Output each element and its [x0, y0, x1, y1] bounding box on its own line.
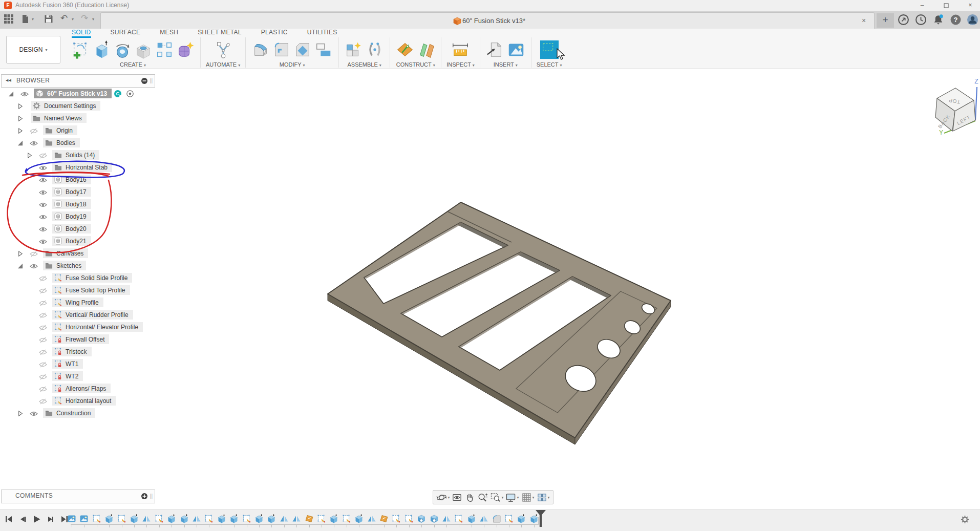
timeline-feature-mirror[interactable] [280, 514, 289, 523]
measure-tool-icon[interactable] [451, 40, 470, 59]
eye-hidden-icon[interactable] [39, 153, 47, 159]
maximize-button[interactable] [939, 1, 954, 10]
document-tab[interactable]: 60" Fusion Stick v13* × [100, 12, 875, 29]
form-tool-icon[interactable] [176, 40, 195, 59]
timeline-feature-sketch[interactable] [242, 514, 251, 523]
file-menu-icon[interactable] [20, 14, 30, 24]
minimize-button[interactable]: – [914, 1, 930, 10]
comments-drag-grip[interactable]: || [150, 493, 153, 499]
ribbon-tab-utilities[interactable]: UTILITIES [307, 29, 337, 36]
expand-expanded-icon[interactable] [17, 263, 24, 269]
browser-drag-grip[interactable]: || [150, 78, 153, 83]
browser-collapse-icon[interactable]: ◀◀ [6, 78, 11, 82]
pattern-tool-icon[interactable] [155, 40, 174, 59]
expand-collapsed-icon[interactable] [17, 250, 24, 257]
browser-item-wing-profile[interactable]: Wing Profile [0, 296, 159, 309]
offset-face-tool-icon[interactable] [314, 40, 333, 59]
browser-item-body20[interactable]: Body20 [0, 223, 159, 235]
ribbon-tab-solid[interactable]: SOLID [72, 29, 91, 38]
browser-item-vertical-rudder-profile[interactable]: Vertical/ Rudder Profile [0, 309, 159, 321]
new-tab-button[interactable]: + [877, 13, 894, 28]
browser-item-body18[interactable]: Body18 [0, 198, 159, 210]
browser-item-canvases[interactable]: Canvases [0, 247, 159, 260]
joint-tool-icon[interactable] [365, 40, 385, 59]
browser-item-tristock[interactable]: Tristock [0, 346, 159, 358]
eye-visible-icon[interactable] [30, 263, 38, 269]
activate-component-radio[interactable] [126, 90, 134, 98]
eye-visible-icon[interactable] [39, 202, 47, 208]
timeline-feature-sketch[interactable] [317, 514, 326, 523]
timeline-feature-hole[interactable] [430, 514, 439, 523]
chamfer-tool-tool-icon[interactable] [293, 40, 312, 59]
timeline-feature-extrude[interactable] [104, 514, 114, 523]
save-icon[interactable] [44, 14, 53, 24]
timeline-feature-sketch[interactable] [404, 514, 414, 523]
browser-item-horizontal-layout[interactable]: Horizontal layout [0, 395, 159, 407]
eye-hidden-icon[interactable] [39, 398, 47, 405]
timeline-feature-sketch[interactable] [454, 514, 463, 523]
nav-viewports[interactable]: ▾ [537, 492, 550, 503]
select-tool-icon[interactable] [540, 40, 559, 59]
browser-item-body19[interactable]: Body19 [0, 210, 159, 223]
timeline-feature-extrude[interactable] [517, 514, 526, 523]
eye-visible-icon[interactable] [39, 214, 47, 220]
timeline-feature-mirror[interactable] [479, 514, 488, 523]
automate-tool-icon[interactable] [214, 40, 233, 59]
expand-collapsed-icon[interactable] [17, 103, 24, 110]
eye-hidden-icon[interactable] [39, 374, 47, 380]
timeline-feature-mirror[interactable] [292, 514, 301, 523]
insert-derive-tool-icon[interactable] [485, 40, 505, 59]
expand-expanded-icon[interactable] [17, 140, 24, 146]
view-cube[interactable]: TOP BACK LEFT Z Y [926, 75, 980, 135]
eye-hidden-icon[interactable] [39, 362, 47, 368]
eye-visible-icon[interactable] [39, 165, 47, 171]
eye-visible-icon[interactable] [30, 140, 38, 146]
browser-item-firewall-offset[interactable]: Firewall Offset [0, 333, 159, 346]
nav-zoom[interactable] [477, 492, 488, 503]
timeline-settings-gear-icon[interactable] [961, 515, 969, 524]
timeline-feature-extrude[interactable] [329, 514, 338, 523]
eye-hidden-icon[interactable] [39, 386, 47, 392]
eye-visible-icon[interactable] [30, 411, 38, 417]
redo-caret-icon[interactable]: ▾ [92, 17, 94, 22]
browser-item-body21[interactable]: Body21 [0, 235, 159, 247]
offset-plane-tool-icon[interactable] [416, 40, 436, 59]
eye-hidden-icon[interactable] [39, 325, 47, 331]
browser-item-document-settings[interactable]: Document Settings [0, 100, 159, 112]
expand-collapsed-icon[interactable] [26, 152, 33, 159]
timeline-feature-extrude[interactable] [180, 514, 189, 523]
play-button[interactable] [32, 515, 44, 524]
timeline-feature-fillet[interactable] [492, 514, 501, 523]
timeline-feature-plane[interactable] [305, 514, 314, 523]
insert-canvas-tool-icon[interactable] [506, 40, 526, 59]
timeline-feature-sketch[interactable] [392, 514, 401, 523]
browser-item-solids-14[interactable]: Solids (14) [0, 149, 159, 161]
browser-item-origin[interactable]: Origin [0, 124, 159, 137]
browser-item-fuse-solid-top-profile[interactable]: Fuse Solid Top Profile [0, 284, 159, 296]
eye-visible-icon[interactable] [20, 91, 29, 97]
skip-start-button[interactable] [4, 515, 16, 524]
ribbon-group-label[interactable]: SELECT ▾ [537, 61, 562, 68]
component-color-badge[interactable]: C [114, 90, 122, 98]
help-icon[interactable]: ? [950, 14, 962, 26]
comments-add-icon[interactable] [141, 493, 148, 500]
ribbon-tab-surface[interactable]: SURFACE [111, 29, 141, 36]
hole-tool-icon[interactable] [134, 40, 153, 59]
step-forward-button[interactable] [46, 515, 58, 524]
eye-hidden-icon[interactable] [30, 128, 38, 134]
timeline-feature-sketch[interactable] [92, 514, 101, 523]
undo-caret-icon[interactable]: ▾ [72, 17, 74, 22]
notifications-icon[interactable] [932, 14, 944, 26]
timeline-feature-sketch[interactable] [155, 514, 164, 523]
eye-visible-icon[interactable] [39, 189, 47, 196]
data-panel-icon[interactable] [4, 14, 13, 24]
timeline-feature-sketch[interactable] [117, 514, 126, 523]
timeline-feature-hole[interactable] [417, 514, 426, 523]
nav-orbit[interactable]: ▾ [436, 492, 450, 503]
recent-icon[interactable] [915, 14, 927, 26]
design-workspace-menu[interactable]: DESIGN ▾ [6, 36, 60, 63]
fillet-tool-tool-icon[interactable] [272, 40, 291, 59]
expand-expanded-icon[interactable] [8, 91, 14, 97]
timeline-feature-extrude[interactable] [130, 514, 139, 523]
eye-visible-icon[interactable] [39, 226, 47, 232]
